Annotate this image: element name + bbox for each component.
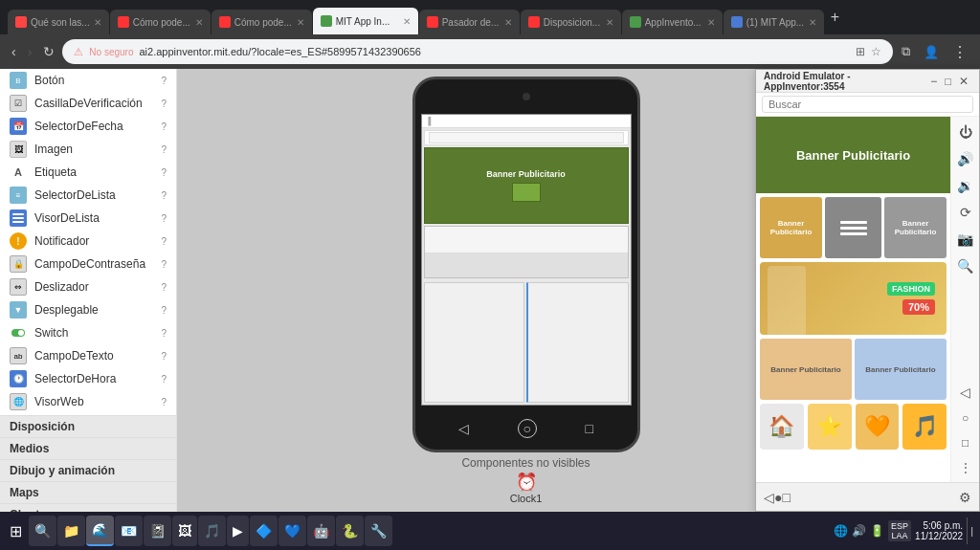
sidebar-item-visorweb[interactable]: 🌐 VisorWeb ?	[0, 390, 176, 413]
taskbar-android-button[interactable]: 🤖	[307, 516, 335, 546]
taskbar-start-button[interactable]: ⊞	[4, 518, 28, 544]
tab-2[interactable]: Cómo pode... ✕	[110, 10, 211, 34]
taskbar-extra1-button[interactable]: 🔧	[365, 516, 392, 546]
systray-date: 11/12/2022	[915, 531, 963, 541]
deslizador-info: ?	[161, 282, 167, 293]
emulator-title-text: Android Emulator - AppInventor:3554	[764, 71, 927, 92]
switch-label: Switch	[34, 326, 153, 340]
tab-bar: Qué son las... ✕ Cómo pode... ✕ Cómo pod…	[8, 0, 845, 34]
tab-2-close[interactable]: ✕	[195, 17, 203, 28]
phone-apps-btn[interactable]: □	[586, 421, 593, 436]
section-charts[interactable]: Charts	[0, 503, 176, 512]
taskbar-edge-button[interactable]: 🌊	[86, 516, 114, 546]
tab-8[interactable]: (1) MIT App... ✕	[724, 10, 824, 34]
deslizador-label: Deslizador	[34, 280, 153, 294]
phone-back-btn[interactable]: ◁	[458, 421, 469, 436]
app-layout: B Botón ? ☑ CasillaDeVerificación ? 📅 Se…	[0, 69, 980, 512]
tab-2-title: Cómo pode...	[133, 17, 191, 28]
tab-4-close[interactable]: ✕	[403, 16, 411, 27]
sidebar-item-fecha[interactable]: 📅 SelectorDeFecha ?	[0, 115, 176, 138]
taskbar-onenote-button[interactable]: 📓	[144, 516, 171, 546]
back-button[interactable]: ‹	[8, 42, 20, 61]
profile-button[interactable]: 👤	[919, 43, 944, 61]
taskbar-music-button[interactable]: 🎵	[198, 516, 226, 546]
more-options-button[interactable]: ⋮	[947, 41, 972, 63]
tab-1-close[interactable]: ✕	[94, 17, 101, 28]
sidebar-item-desplegable[interactable]: ▼ Desplegable ?	[0, 298, 176, 321]
emulator-fashion-img: FASHION 70%	[760, 262, 947, 335]
sidebar-item-boton[interactable]: B Botón ?	[0, 69, 176, 92]
tab-5-close[interactable]: ✕	[504, 17, 512, 28]
sidebar-item-selectorlista[interactable]: ≡ SelectorDeLista ?	[0, 184, 176, 207]
sidebar-item-casilla[interactable]: ☑ CasillaDeVerificación ?	[0, 92, 176, 115]
screen-banner: Banner Publicitario	[424, 147, 629, 224]
emulator-nav-back[interactable]: ◁	[764, 490, 774, 505]
emulator-minimize-btn[interactable]: −	[927, 75, 940, 88]
emulator-settings-btn[interactable]: ⚙	[959, 490, 971, 505]
new-tab-button[interactable]: +	[825, 9, 845, 26]
tab-6[interactable]: Disposicion... ✕	[521, 10, 621, 34]
sidebar-item-campotexto[interactable]: ab CampoDeTexto ?	[0, 344, 176, 367]
tab-5[interactable]: Pasador de... ✕	[419, 10, 520, 34]
components-label: Componentes no visibles	[461, 456, 590, 470]
emulator-square-btn[interactable]: □	[958, 432, 972, 453]
taskbar-vscode-button[interactable]: 💙	[278, 516, 306, 546]
sidebar-item-contrasena[interactable]: 🔒 CampoDeContraseña ?	[0, 253, 176, 275]
sidebar-item-etiqueta[interactable]: A Etiqueta ?	[0, 161, 176, 184]
emulator-restore-btn[interactable]: □	[942, 75, 954, 88]
section-dibujo[interactable]: Dibujo y animación	[0, 459, 176, 481]
emulator-volume-up-btn[interactable]: 🔊	[953, 147, 977, 170]
extensions-button[interactable]: ⧉	[897, 42, 915, 61]
address-bar[interactable]: ⚠ No seguro ai2.appinventor.mit.edu/?loc…	[62, 39, 893, 64]
tab-6-close[interactable]: ✕	[606, 17, 613, 28]
visorlista-icon	[10, 209, 27, 227]
forward-button[interactable]: ›	[24, 42, 36, 61]
taskbar-blender-button[interactable]: 🔷	[250, 516, 278, 546]
emulator-close-btn[interactable]: ✕	[956, 75, 971, 88]
show-desktop-button[interactable]: |	[967, 517, 976, 544]
taskbar-explorer-button[interactable]: 📁	[57, 516, 85, 546]
taskbar-photos-button[interactable]: 🖼	[172, 516, 197, 546]
sidebar-item-imagen[interactable]: 🖼 Imagen ?	[0, 138, 176, 161]
section-maps[interactable]: Maps	[0, 481, 176, 503]
tab-7[interactable]: AppInvento... ✕	[622, 10, 723, 34]
emulator-circle-btn[interactable]: ○	[958, 407, 972, 429]
tab-7-close[interactable]: ✕	[707, 17, 715, 28]
sidebar-item-notificador[interactable]: ! Notificador ?	[0, 230, 176, 253]
emulator-nav-home[interactable]: ●	[774, 490, 782, 505]
sidebar-item-hora[interactable]: 🕐 SelectorDeHora ?	[0, 367, 176, 390]
tab-3-close[interactable]: ✕	[297, 17, 304, 28]
section-medios[interactable]: Medios	[0, 437, 176, 459]
emulator-ads-row1: BannerPublicitario BannerPublicitario	[756, 193, 950, 262]
section-disposicion[interactable]: Disposición	[0, 415, 176, 437]
taskbar-python-button[interactable]: 🐍	[336, 516, 364, 546]
sidebar-item-deslizador[interactable]: ⇔ Deslizador ?	[0, 275, 176, 298]
emulator-back-side-btn[interactable]: ◁	[956, 381, 974, 404]
emulator-screenshot-btn[interactable]: 📷	[953, 228, 977, 251]
selectorlista-info: ?	[161, 190, 167, 201]
tab-8-close[interactable]: ✕	[809, 17, 816, 28]
refresh-button[interactable]: ↻	[39, 42, 58, 61]
sidebar-item-switch[interactable]: Switch ?	[0, 321, 176, 344]
emulator-power-btn[interactable]: ⏻	[955, 121, 976, 143]
bookmark-icon[interactable]: ☆	[871, 45, 881, 58]
sidebar-item-visorlista[interactable]: VisorDeLista ?	[0, 207, 176, 230]
emulator-search-input[interactable]	[762, 96, 973, 113]
tab-3[interactable]: Cómo pode... ✕	[212, 10, 312, 34]
taskbar-mail-button[interactable]: 📧	[115, 516, 143, 546]
screen-banner-icon	[512, 183, 541, 202]
translate-icon[interactable]: ⊞	[856, 45, 865, 58]
emulator-rotate-btn[interactable]: ⟳	[956, 201, 975, 224]
emulator-volume-down-btn[interactable]: 🔉	[953, 174, 977, 197]
tab-4-active[interactable]: MIT App In... ✕	[313, 8, 418, 34]
tab-1[interactable]: Qué son las... ✕	[8, 10, 109, 34]
emulator-nav-recents[interactable]: □	[782, 490, 790, 505]
emulator-icon-1: 🏠	[760, 404, 804, 450]
tab-4-title: MIT App In...	[336, 16, 399, 27]
emulator-more-btn[interactable]: ⋮	[956, 457, 975, 478]
phone-home-btn[interactable]: ○	[518, 419, 537, 438]
taskbar-search-button[interactable]: 🔍	[29, 516, 56, 546]
taskbar-video-button[interactable]: ▶	[227, 516, 249, 546]
emulator-zoom-in-btn[interactable]: 🔍	[953, 254, 977, 277]
etiqueta-icon: A	[10, 164, 27, 181]
